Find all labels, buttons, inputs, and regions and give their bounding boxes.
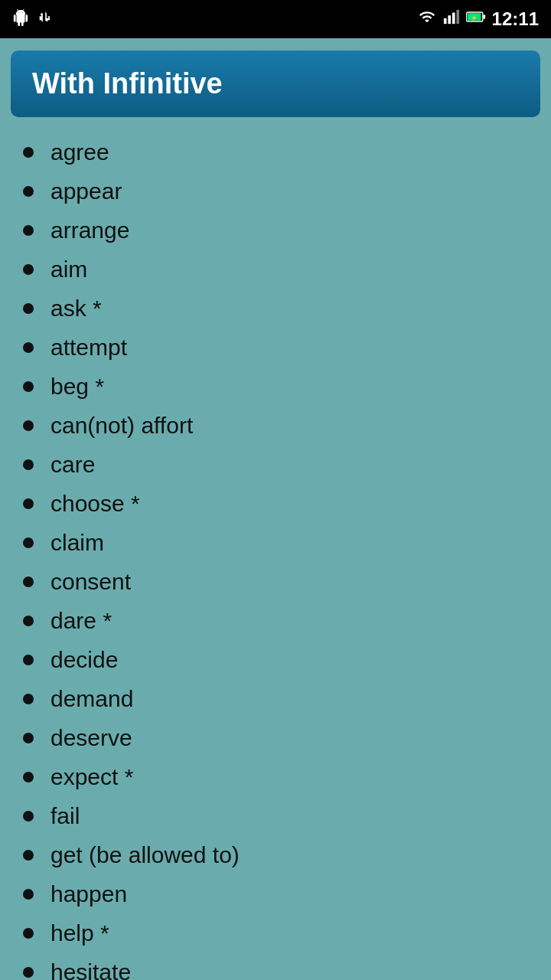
bullet-point — [23, 264, 34, 275]
page-title: With Infinitive — [32, 67, 223, 100]
bullet-point — [23, 303, 34, 314]
status-bar-right: ⚡ 12:11 — [417, 8, 539, 30]
bullet-point — [23, 147, 34, 158]
bullet-point — [23, 381, 34, 392]
word-text: can(not) affort — [51, 410, 193, 440]
word-text: arrange — [51, 215, 129, 245]
word-text: fail — [51, 801, 80, 831]
battery-icon: ⚡ — [466, 9, 486, 29]
word-text: ask * — [51, 293, 102, 323]
word-text: aim — [51, 254, 87, 284]
list-item: attempt — [23, 328, 536, 367]
list-item: aim — [23, 250, 536, 289]
list-item: fail — [23, 796, 536, 835]
list-item: choose * — [23, 484, 536, 523]
list-item: deserve — [23, 718, 536, 757]
list-item: agree — [23, 132, 536, 172]
bullet-point — [23, 616, 34, 626]
svg-text:⚡: ⚡ — [470, 15, 478, 21]
status-bar-left — [12, 9, 54, 30]
list-item: hesitate — [23, 952, 536, 980]
word-text: care — [51, 449, 95, 479]
word-text: help * — [51, 918, 109, 948]
bullet-point — [23, 459, 34, 470]
list-item: demand — [23, 679, 536, 718]
word-text: consent — [51, 567, 131, 596]
word-text: dare * — [51, 606, 112, 635]
word-text: agree — [51, 137, 109, 167]
list-item: help * — [23, 913, 536, 952]
word-text: happen — [51, 879, 127, 909]
bullet-point — [23, 850, 34, 861]
svg-rect-1 — [448, 15, 451, 24]
bullet-point — [23, 537, 34, 548]
word-text: decide — [51, 645, 118, 675]
main-content: With Infinitive agreeappeararrangeaimask… — [0, 38, 551, 980]
list-item: happen — [23, 874, 536, 913]
bullet-point — [23, 811, 34, 822]
list-item: decide — [23, 640, 536, 679]
list-item: beg * — [23, 367, 536, 406]
bullet-point — [23, 186, 34, 197]
word-text: expect * — [51, 762, 133, 792]
word-text: hesitate — [51, 957, 131, 980]
clock-time: 12:11 — [492, 8, 539, 30]
bullet-point — [23, 928, 34, 939]
word-text: get (be allowed to) — [51, 840, 240, 870]
bullet-point — [23, 342, 34, 353]
bullet-point — [23, 772, 34, 782]
list-item: expect * — [23, 757, 536, 796]
list-item: ask * — [23, 289, 536, 328]
list-item: care — [23, 445, 536, 484]
usb-icon — [38, 10, 54, 29]
word-text: attempt — [51, 332, 127, 362]
bullet-point — [23, 420, 34, 431]
signal-icon — [443, 8, 460, 30]
list-item: appear — [23, 172, 536, 211]
list-item: get (be allowed to) — [23, 835, 536, 874]
word-text: beg * — [51, 371, 104, 401]
bullet-point — [23, 498, 34, 509]
word-list: agreeappeararrangeaimask *attemptbeg *ca… — [0, 125, 551, 980]
status-bar: ⚡ 12:11 — [0, 0, 551, 38]
svg-rect-5 — [483, 15, 485, 19]
bullet-point — [23, 225, 34, 236]
list-item: dare * — [23, 601, 536, 640]
wifi-icon — [417, 8, 437, 30]
bullet-point — [23, 967, 34, 978]
bullet-point — [23, 655, 34, 665]
word-text: demand — [51, 684, 133, 714]
bullet-point — [23, 694, 34, 704]
bullet-point — [23, 577, 34, 587]
svg-rect-0 — [444, 18, 447, 24]
word-text: claim — [51, 528, 104, 557]
page-header: With Infinitive — [11, 51, 540, 117]
bullet-point — [23, 889, 34, 900]
word-text: choose * — [51, 488, 140, 518]
svg-rect-3 — [456, 10, 459, 24]
list-item: claim — [23, 523, 536, 562]
word-text: appear — [51, 176, 122, 206]
list-item: arrange — [23, 211, 536, 250]
svg-rect-2 — [452, 13, 455, 24]
word-text: deserve — [51, 723, 132, 753]
list-item: can(not) affort — [23, 406, 536, 445]
bullet-point — [23, 733, 34, 743]
android-icon — [12, 9, 29, 30]
list-item: consent — [23, 562, 536, 601]
